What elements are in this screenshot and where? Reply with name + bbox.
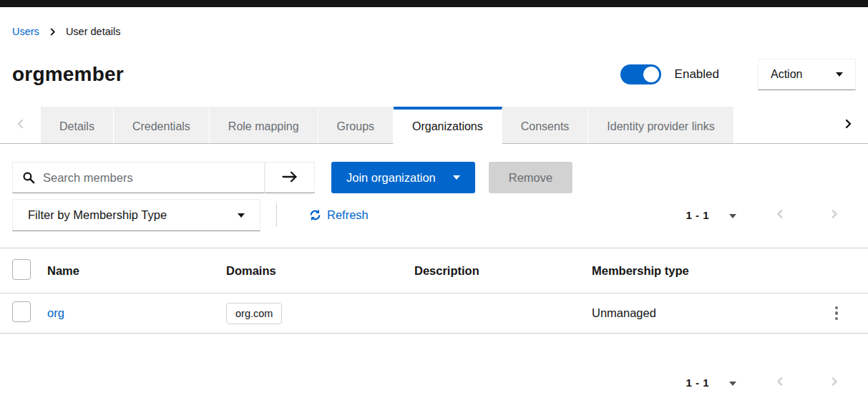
header-checkbox-cell [12,259,47,283]
tab-details[interactable]: Details [41,107,114,144]
tab-groups[interactable]: Groups [318,107,394,144]
caret-down-icon [729,214,736,218]
pagination-menu-button[interactable] [726,207,739,223]
join-organization-label: Join organization [346,171,436,185]
join-organization-button[interactable]: Join organization [331,162,475,193]
toolbar-divider [276,203,277,227]
next-page-icon [829,210,839,221]
refresh-label: Refresh [327,208,369,222]
previous-page-button[interactable] [768,206,792,224]
membership-type-filter-dropdown[interactable]: Filter by Membership Type [12,199,260,231]
breadcrumb: Users User details [12,26,868,37]
page-header: orgmember Enabled Action [12,58,856,91]
toolbar-row-filter: Filter by Membership Type Refresh 1 - 1 [12,199,856,231]
caret-down-icon [729,382,736,386]
breadcrumb-current-page: User details [66,26,121,37]
tabs-bar: Details Credentials Role mapping Groups … [0,107,868,144]
caret-down-icon [238,213,245,218]
column-header-name: Name [47,264,226,278]
pagination-bottom: 1 - 1 [0,374,868,392]
action-dropdown-button[interactable]: Action [758,59,856,90]
members-table-header: Name Domains Description Membership type [0,248,868,293]
pagination-range: 1 - 1 [686,209,709,221]
search-input-group [12,162,265,193]
pagination-menu-button[interactable] [726,374,739,391]
tabs-scroll-right-button[interactable] [827,107,868,144]
remove-button[interactable]: Remove [489,162,572,193]
breadcrumb-separator-icon [49,28,57,36]
tab-organizations[interactable]: Organizations [394,107,502,144]
row-name-cell: org [47,306,226,320]
row-domains-cell: org.com [226,303,414,324]
row-checkbox[interactable] [12,301,31,322]
caret-down-icon [836,72,843,77]
column-header-description: Description [414,264,592,278]
masthead-bar [0,0,868,7]
page-title: orgmember [12,63,124,86]
tab-identity-provider-links[interactable]: Identity provider links [588,107,733,144]
enabled-toggle-label: Enabled [675,67,719,82]
toggle-knob [643,67,659,82]
members-toolbar: Join organization Remove Filter by Membe… [0,144,868,231]
column-header-domains: Domains [226,264,414,278]
next-page-button[interactable] [822,374,847,392]
next-page-button[interactable] [822,206,847,224]
submit-search-icon [282,171,298,185]
tab-credentials[interactable]: Credentials [114,107,210,144]
select-all-checkbox[interactable] [12,259,31,280]
header-controls: Enabled Action [620,59,856,90]
prev-page-icon [775,378,785,389]
previous-page-button[interactable] [768,374,792,392]
refresh-icon [309,209,321,221]
refresh-button[interactable]: Refresh [309,208,369,222]
row-kebab-menu-button[interactable] [832,304,842,324]
membership-type-filter-label: Filter by Membership Type [28,208,167,222]
organization-link[interactable]: org [47,306,64,319]
next-page-icon [829,378,839,389]
enabled-toggle[interactable] [620,64,661,84]
row-checkbox-cell [12,301,47,325]
scroll-right-icon [843,119,853,131]
toolbar-row-actions: Join organization Remove [12,162,856,193]
tab-role-mapping[interactable]: Role mapping [210,107,318,144]
remove-button-label: Remove [509,171,552,185]
pagination-range: 1 - 1 [686,377,709,389]
breadcrumb-users-link[interactable]: Users [12,26,39,37]
domain-chip: org.com [226,303,282,324]
tabs-scroll-left-button[interactable] [0,107,41,144]
kebab-icon [835,306,839,321]
scroll-left-icon [16,119,26,131]
pagination-top: 1 - 1 [686,206,856,224]
search-input[interactable] [43,171,257,185]
caret-down-icon [453,175,460,180]
search-icon [22,171,35,184]
row-membership-type-cell: Unmanaged [592,306,806,320]
table-row: org org.com Unmanaged [0,293,868,334]
tabs-spacer [734,107,827,144]
search-submit-button[interactable] [265,162,315,193]
tab-consents[interactable]: Consents [502,107,589,144]
action-dropdown-label: Action [771,68,802,81]
column-header-membership-type: Membership type [592,264,806,278]
prev-page-icon [775,210,785,221]
